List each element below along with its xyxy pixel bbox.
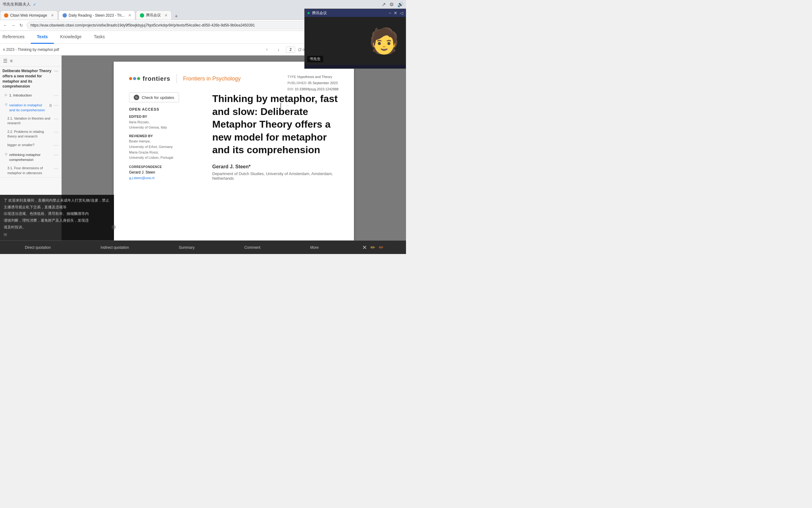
window-title: 书先生和路夫人 xyxy=(2,2,31,7)
share-icon[interactable]: ↗ xyxy=(382,2,386,7)
correspondence-section: CORRESPONDENCE Gerard J. Steen g.j.steen… xyxy=(129,164,203,180)
sidebar-item-intro[interactable]: ▷ 1. Introduction ⋯ xyxy=(0,91,61,101)
nav-tab-references[interactable]: References xyxy=(0,31,31,44)
frontiers-brand-text: frontiers xyxy=(143,75,170,82)
expand-active-icon: ▽ xyxy=(5,103,7,107)
video-minimize-icon[interactable]: − xyxy=(389,10,391,15)
pdf-two-col: ↻ Check for updates OPEN ACCESS EDITED B… xyxy=(129,92,339,188)
video-person-name: 书先生 xyxy=(307,56,323,62)
sidebar-item-variation[interactable]: ▽ variation in metaphor and its comprehe… xyxy=(0,101,61,114)
nav-texts-label: Texts xyxy=(37,34,48,39)
meta-type-value: Hypothesis and Theory xyxy=(297,74,332,80)
tab-reading-close[interactable]: ✕ xyxy=(128,13,131,17)
sidebar-rethinking-text: rethinking metaphor comprehension xyxy=(9,152,53,162)
correspondent-email: g.j.steen@uva.nl xyxy=(129,176,154,180)
sidebar-bigger-text: bigger or smaller? xyxy=(7,143,53,147)
meta-doi-value: 10.3389/fpsyg.2023.1242888 xyxy=(294,86,339,92)
chat-message-2: 出现违法违规、色情低俗、诱导欺诈、抽烟酗酒等内 xyxy=(4,211,110,217)
pencil-orange-icon[interactable]: ✏ xyxy=(379,244,384,251)
sidebar-bigger-menu-dots[interactable]: ⋯ xyxy=(54,143,58,149)
sidebar-item-variation-21[interactable]: 2.1. Variation in theories and research … xyxy=(0,114,61,128)
dot-green xyxy=(137,77,140,80)
volume-icon[interactable]: 🔊 xyxy=(397,2,403,7)
verified-icon: ✓ xyxy=(33,2,36,7)
chat-bottom-bar: 聊 xyxy=(4,232,110,238)
comment-button[interactable]: Comment xyxy=(238,244,267,251)
sidebar-21-menu-dots[interactable]: ⋯ xyxy=(54,116,58,122)
tab-reading[interactable]: Daily Reading - Steen 2023 - Th... ✕ xyxy=(58,10,135,20)
paper-title: Thinking by metaphor, fast and slow: Del… xyxy=(212,92,339,157)
scroll-up-button[interactable]: ↑ xyxy=(262,45,271,54)
new-tab-button[interactable]: + xyxy=(172,13,181,20)
window-controls[interactable]: ↗ ⚙ 🔊 xyxy=(382,2,403,7)
tab-tencent-close[interactable]: ✕ xyxy=(164,13,168,17)
sidebar-variation-text: variation in metaphor and its comprehens… xyxy=(9,103,47,113)
tab-citavi-close[interactable]: ✕ xyxy=(51,13,54,17)
frontiers-logo: frontiers xyxy=(129,75,170,82)
sidebar-list-icon[interactable]: ≡ xyxy=(10,58,13,64)
nav-tab-tasks[interactable]: Tasks xyxy=(88,31,111,44)
sidebar-item-problems-22[interactable]: 2.2. Problems in relating theory and res… xyxy=(0,128,61,141)
video-header: ● 腾讯会议 − ✕ ◁ xyxy=(305,9,406,17)
comment-label: Comment xyxy=(244,245,260,250)
check-updates-label: Check for updates xyxy=(142,95,174,100)
tab-citavi[interactable]: Citavi Web Homepage ✕ xyxy=(0,10,58,20)
sidebar-item-menu-dots[interactable]: ⋯ xyxy=(54,69,58,75)
sidebar-item-four-dimensions[interactable]: 3.1. Four dimensions of metaphor in utte… xyxy=(0,164,61,177)
reviewer-2: Maria Grazia Rossi, xyxy=(129,151,159,154)
summary-button[interactable]: Summary xyxy=(173,244,200,251)
pause-icon[interactable]: ⏸ xyxy=(48,103,53,109)
forward-icon[interactable]: → xyxy=(10,23,16,28)
paper-affiliation: Department of Dutch Studies, University … xyxy=(212,171,339,181)
reading-favicon xyxy=(62,13,67,17)
back-icon[interactable]: ← xyxy=(2,23,8,28)
pdf-filename: n 2023 - Thinking by metaphor.pdf xyxy=(3,47,259,52)
page-number-input[interactable] xyxy=(286,47,295,53)
sidebar-rethinking-menu-dots[interactable]: ⋯ xyxy=(54,152,58,159)
settings-title-icon[interactable]: ⚙ xyxy=(389,2,394,7)
refresh-icon[interactable]: ↻ xyxy=(18,23,24,28)
sidebar-22-menu-dots[interactable]: ⋯ xyxy=(54,129,58,136)
sidebar-variation-21-text: 2.1. Variation in theories and research xyxy=(7,116,53,126)
bottom-toolbar: Direct quotation Indirect quotation Summ… xyxy=(0,241,406,254)
video-expand-left-icon[interactable]: ◁ xyxy=(400,10,403,15)
sidebar-main-title-text: Deliberate Metaphor Theory offers a new … xyxy=(2,69,53,89)
sidebar-variation-menu-dots[interactable]: ⋯ xyxy=(54,103,58,109)
sidebar-four-dim-menu-dots[interactable]: ⋯ xyxy=(54,166,58,172)
direct-quotation-button[interactable]: Direct quotation xyxy=(19,244,57,251)
pdf-left-col: ↻ Check for updates OPEN ACCESS EDITED B… xyxy=(129,92,203,188)
sidebar-item-bigger-smaller[interactable]: bigger or smaller? ⋯ xyxy=(0,141,61,151)
nav-tab-knowledge[interactable]: Knowledge xyxy=(54,31,88,44)
more-button[interactable]: More xyxy=(304,244,325,251)
video-close-icon[interactable]: ✕ xyxy=(394,10,397,15)
sidebar-intro-text: 1. Introduction xyxy=(9,93,53,98)
edited-by-section: EDITED BY Ilaria Rizzato, University of … xyxy=(129,114,203,130)
title-bar: 书先生和路夫人 ✓ ↗ ⚙ 🔊 xyxy=(0,0,406,9)
pencil-yellow-icon[interactable]: ✏ xyxy=(371,244,375,251)
sidebar-intro-menu-dots[interactable]: ⋯ xyxy=(54,93,58,99)
video-content: 🧑 书先生 xyxy=(305,17,406,65)
video-widget[interactable]: ● 腾讯会议 − ✕ ◁ 🧑 书先生 xyxy=(304,9,406,69)
scroll-down-button[interactable]: ↓ xyxy=(274,45,283,54)
meta-doi-label: DOI xyxy=(287,87,293,92)
pdf-right-col: Thinking by metaphor, fast and slow: Del… xyxy=(212,92,339,188)
sidebar-item-rethinking[interactable]: ▽ rethinking metaphor comprehension ⋯ xyxy=(0,151,61,164)
chat-message-1: 了 欢迎来到直播间，直播间内禁止未成年人打赏礼物/连麦，禁止主播诱导观众私下交易… xyxy=(4,197,110,211)
rethinking-expand-icon: ▽ xyxy=(5,152,7,157)
chat-input-placeholder: 聊 xyxy=(4,232,7,238)
sidebar-item-main-title[interactable]: Deliberate Metaphor Theory offers a new … xyxy=(0,67,61,91)
sidebar-problems-text: 2.2. Problems in relating theory and res… xyxy=(7,129,53,139)
frontiers-journal-name: Frontiers in Psychology xyxy=(183,76,241,82)
paper-author: Gerard J. Steen* xyxy=(212,164,339,170)
tab-tencent[interactable]: 腾讯会议 ✕ xyxy=(136,10,172,20)
check-for-updates-button[interactable]: ↻ Check for updates xyxy=(129,92,179,102)
reviewer-1: Beate Hampe, xyxy=(129,139,151,143)
chat-message-4: 请及时投诉。 xyxy=(4,224,110,231)
nav-tab-texts[interactable]: Texts xyxy=(31,31,54,44)
nav-references-label: References xyxy=(2,34,25,39)
close-bottom-icon[interactable]: ✕ xyxy=(362,244,367,251)
frontiers-dots xyxy=(129,77,140,80)
editor-1: Ilaria Rizzato, xyxy=(129,120,150,124)
sidebar-toggle-icon[interactable]: ☰ xyxy=(3,58,7,64)
indirect-quotation-button[interactable]: Indirect quotation xyxy=(95,244,135,251)
